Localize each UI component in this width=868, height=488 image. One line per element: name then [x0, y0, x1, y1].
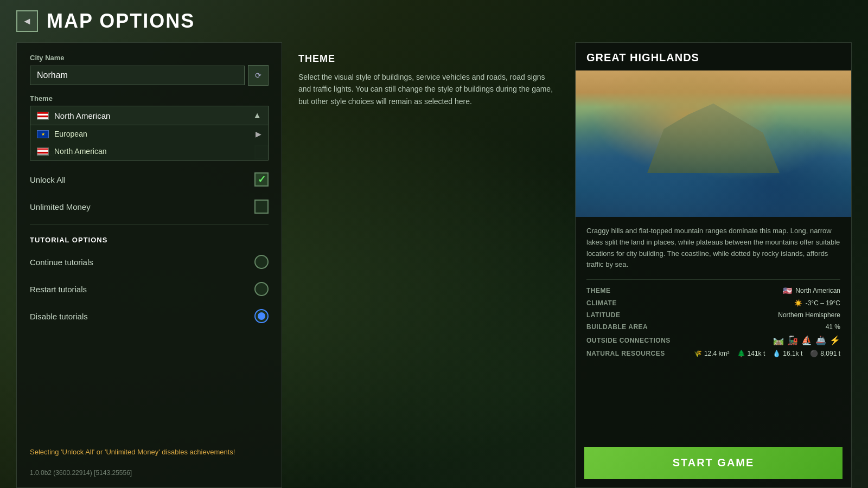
- theme-option-north-american[interactable]: North American: [30, 143, 268, 160]
- radio-selected-dot: [258, 312, 265, 320]
- restart-tutorials-radio[interactable]: [254, 282, 269, 296]
- stat-theme-row: THEME 🇺🇸 North American: [586, 286, 840, 295]
- rail-connection-icon: 🚂: [787, 335, 798, 345]
- resource-oil: ⚫ 8,091 t: [810, 350, 840, 357]
- options-panel: City Name ⟳ Theme: [16, 42, 282, 488]
- back-button[interactable]: ◄: [16, 10, 38, 32]
- stat-theme-value: 🇺🇸 North American: [783, 286, 840, 295]
- achievements-warning: Selecting 'Unlock All' or 'Unlimited Mon…: [30, 448, 269, 456]
- flag-us-small-icon: [37, 147, 49, 156]
- restart-tutorials-row: Restart tutorials: [30, 280, 269, 298]
- connections-icons: 🛤️ 🚂 ⛵ 🚢 ⚡: [773, 335, 840, 345]
- disable-tutorials-row: Disable tutorials: [30, 307, 269, 325]
- tutorial-header: TUTORIAL OPTIONS: [30, 236, 269, 244]
- divider-2: [30, 224, 269, 225]
- checkmark-icon: ✓: [258, 174, 266, 185]
- resource-grain: 🌾 12.4 km²: [694, 350, 730, 357]
- unlimited-money-checkbox[interactable]: [254, 200, 269, 214]
- water-connection-icon: ⛵: [801, 335, 812, 345]
- theme-section: Theme: [30, 94, 269, 125]
- randomize-icon: ⟳: [255, 71, 261, 80]
- city-name-label: City Name: [30, 54, 269, 62]
- continue-tutorials-row: Continue tutorials: [30, 253, 269, 271]
- version-label: 1.0.0b2 (3600.22914) [5143.25556]: [30, 465, 269, 477]
- stat-connections-key: OUTSIDE CONNECTIONS: [586, 337, 671, 344]
- stat-climate-row: CLIMATE ☀️ -3°C – 19°C: [586, 299, 840, 307]
- resources-row: 🌾 12.4 km² 🌲 141k t 💧 16.1k t: [694, 350, 840, 357]
- cursor-arrow-icon: ▶: [256, 130, 261, 138]
- stat-latitude-value: Northern Hemisphere: [778, 311, 840, 319]
- flag-eu-icon: [37, 130, 49, 138]
- stat-latitude-key: LATITUDE: [586, 311, 620, 319]
- flag-us-icon: [37, 112, 49, 120]
- city-name-input[interactable]: [30, 66, 245, 85]
- stat-climate-value: ☀️ -3°C – 19°C: [794, 299, 840, 307]
- unlock-all-row: Unlock All ✓: [30, 170, 269, 189]
- resource-forest: 🌲 141k t: [737, 350, 765, 357]
- map-stats: THEME 🇺🇸 North American CLIMATE ☀️ -3°C …: [586, 279, 840, 357]
- restart-tutorials-label: Restart tutorials: [30, 285, 87, 294]
- water-icon: 💧: [773, 350, 781, 357]
- chevron-up-icon: ▲: [253, 111, 261, 120]
- start-game-button[interactable]: START GAME: [584, 447, 843, 479]
- theme-dropdown-list: European ▶: [30, 125, 269, 160]
- forest-icon: 🌲: [737, 350, 745, 357]
- map-preview-image: [576, 70, 851, 217]
- theme-info-title: THEME: [298, 53, 559, 65]
- power-connection-icon: ⚡: [829, 335, 840, 345]
- stat-resources-row: NATURAL RESOURCES 🌾 12.4 km² 🌲 141k t: [586, 350, 840, 357]
- stat-buildable-row: BUILDABLE AREA 41 %: [586, 323, 840, 331]
- theme-option-european[interactable]: European ▶: [30, 125, 268, 143]
- theme-info-panel: THEME Select the visual style of buildin…: [282, 42, 575, 488]
- stat-buildable-value: 41 %: [826, 323, 840, 331]
- stat-latitude-row: LATITUDE Northern Hemisphere: [586, 311, 840, 319]
- continue-tutorials-label: Continue tutorials: [30, 258, 93, 267]
- stat-connections-row: OUTSIDE CONNECTIONS 🛤️ 🚂 ⛵ 🚢 ⚡: [586, 335, 840, 345]
- randomize-button[interactable]: ⟳: [248, 65, 269, 86]
- unlimited-money-row: Unlimited Money: [30, 197, 269, 216]
- map-name: GREAT HIGHLANDS: [576, 43, 851, 70]
- theme-dropdown[interactable]: North American ▲: [30, 106, 269, 125]
- stat-theme-key: THEME: [586, 287, 611, 294]
- map-info: Craggy hills and flat-topped mountain ra…: [576, 217, 851, 440]
- oil-icon: ⚫: [810, 350, 818, 357]
- unlock-all-label: Unlock All: [30, 175, 66, 184]
- map-panel: GREAT HIGHLANDS Craggy hills and flat-to…: [575, 42, 852, 488]
- disable-tutorials-radio[interactable]: [254, 309, 269, 323]
- map-description: Craggy hills and flat-topped mountain ra…: [586, 226, 840, 271]
- ship-connection-icon: 🚢: [815, 335, 826, 345]
- resource-water: 💧 16.1k t: [773, 350, 802, 357]
- theme-label: Theme: [30, 94, 269, 102]
- stat-resources-key: NATURAL RESOURCES: [586, 350, 665, 357]
- unlock-all-checkbox[interactable]: ✓: [254, 172, 269, 187]
- road-connection-icon: 🛤️: [773, 335, 784, 345]
- theme-info-text: Select the visual style of buildings, se…: [298, 71, 559, 107]
- stat-buildable-key: BUILDABLE AREA: [586, 323, 648, 331]
- theme-option-european-label: European: [54, 130, 87, 138]
- sun-icon: ☀️: [794, 299, 802, 307]
- theme-selected-value: North American: [54, 111, 110, 120]
- flag-us-stat-icon: 🇺🇸: [783, 286, 792, 295]
- disable-tutorials-label: Disable tutorials: [30, 312, 88, 321]
- page-title: MAP OPTIONS: [47, 10, 195, 33]
- theme-option-north-american-label: North American: [54, 147, 106, 156]
- continue-tutorials-radio[interactable]: [254, 255, 269, 269]
- city-name-section: City Name ⟳: [30, 54, 269, 86]
- stat-climate-key: CLIMATE: [586, 299, 617, 307]
- grain-icon: 🌾: [694, 350, 702, 357]
- unlimited-money-label: Unlimited Money: [30, 202, 91, 211]
